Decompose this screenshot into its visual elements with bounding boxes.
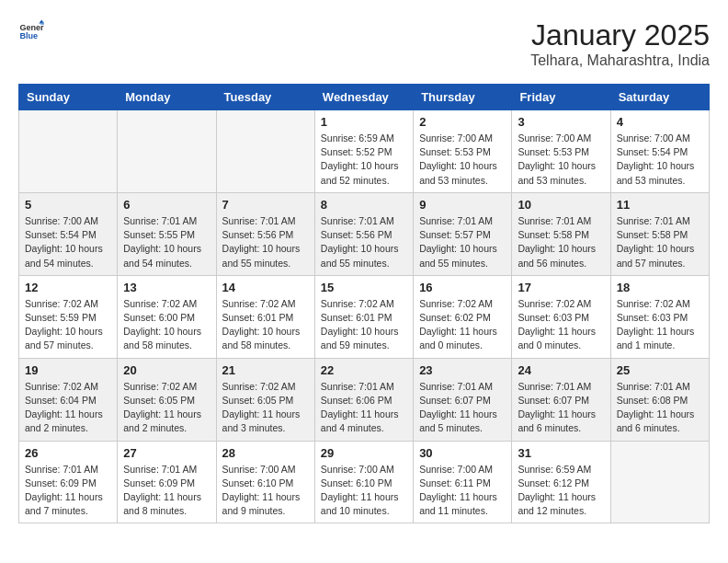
day-number: 23 — [419, 363, 506, 377]
day-number: 14 — [222, 281, 309, 294]
weekday-header-wednesday: Wednesday — [314, 85, 413, 110]
day-number: 26 — [25, 446, 111, 460]
day-number: 24 — [518, 363, 604, 377]
calendar-cell: 2Sunrise: 7:00 AMSunset: 5:53 PMDaylight… — [414, 110, 512, 193]
calendar-cell: 24Sunrise: 7:01 AMSunset: 6:07 PMDayligh… — [512, 358, 610, 441]
day-number: 1 — [321, 115, 407, 129]
calendar-cell: 30Sunrise: 7:00 AMSunset: 6:11 PMDayligh… — [414, 441, 512, 523]
day-info: Sunrise: 7:01 AMSunset: 6:09 PMDaylight:… — [123, 463, 210, 519]
calendar-cell: 3Sunrise: 7:00 AMSunset: 5:53 PMDaylight… — [512, 110, 610, 193]
calendar-cell: 29Sunrise: 7:00 AMSunset: 6:10 PMDayligh… — [314, 441, 413, 523]
day-info: Sunrise: 7:00 AMSunset: 5:53 PMDaylight:… — [419, 132, 506, 188]
day-number: 30 — [419, 446, 506, 460]
calendar-cell: 22Sunrise: 7:01 AMSunset: 6:06 PMDayligh… — [314, 358, 413, 441]
day-info: Sunrise: 7:00 AMSunset: 6:11 PMDaylight:… — [419, 463, 506, 519]
day-info: Sunrise: 7:01 AMSunset: 5:56 PMDaylight:… — [222, 214, 309, 270]
day-number: 9 — [419, 198, 506, 212]
calendar-cell: 28Sunrise: 7:00 AMSunset: 6:10 PMDayligh… — [216, 441, 314, 523]
day-info: Sunrise: 7:02 AMSunset: 6:04 PMDaylight:… — [25, 380, 111, 436]
day-number: 13 — [123, 281, 210, 294]
day-info: Sunrise: 6:59 AMSunset: 6:12 PMDaylight:… — [518, 463, 604, 519]
day-info: Sunrise: 7:02 AMSunset: 5:59 PMDaylight:… — [25, 297, 111, 353]
day-number: 20 — [123, 363, 210, 377]
calendar-cell: 17Sunrise: 7:02 AMSunset: 6:03 PMDayligh… — [512, 275, 610, 358]
calendar-cell: 5Sunrise: 7:00 AMSunset: 5:54 PMDaylight… — [19, 192, 118, 275]
day-number: 6 — [123, 198, 210, 212]
calendar-cell: 25Sunrise: 7:01 AMSunset: 6:08 PMDayligh… — [610, 358, 709, 441]
day-info: Sunrise: 7:00 AMSunset: 5:54 PMDaylight:… — [617, 132, 703, 188]
page-header: General Blue January 2025 Telhara, Mahar… — [18, 18, 710, 69]
day-number: 29 — [321, 446, 407, 460]
day-info: Sunrise: 7:02 AMSunset: 6:03 PMDaylight:… — [518, 297, 604, 353]
calendar-table: SundayMondayTuesdayWednesdayThursdayFrid… — [18, 84, 710, 523]
day-info: Sunrise: 7:00 AMSunset: 5:53 PMDaylight:… — [518, 132, 604, 188]
calendar-cell: 10Sunrise: 7:01 AMSunset: 5:58 PMDayligh… — [512, 192, 610, 275]
calendar-cell: 23Sunrise: 7:01 AMSunset: 6:07 PMDayligh… — [414, 358, 512, 441]
calendar-week-row: 5Sunrise: 7:00 AMSunset: 5:54 PMDaylight… — [19, 192, 710, 275]
calendar-cell: 6Sunrise: 7:01 AMSunset: 5:55 PMDaylight… — [118, 192, 216, 275]
day-number: 8 — [321, 198, 407, 212]
title-block: January 2025 Telhara, Maharashtra, India — [530, 18, 710, 69]
calendar-cell: 15Sunrise: 7:02 AMSunset: 6:01 PMDayligh… — [314, 275, 413, 358]
day-info: Sunrise: 7:02 AMSunset: 6:03 PMDaylight:… — [617, 297, 703, 353]
logo-icon: General Blue — [18, 18, 44, 44]
calendar-cell: 14Sunrise: 7:02 AMSunset: 6:01 PMDayligh… — [216, 275, 314, 358]
calendar-week-row: 12Sunrise: 7:02 AMSunset: 5:59 PMDayligh… — [19, 275, 710, 358]
calendar-cell: 20Sunrise: 7:02 AMSunset: 6:05 PMDayligh… — [118, 358, 216, 441]
weekday-header-sunday: Sunday — [19, 85, 118, 110]
calendar-cell: 16Sunrise: 7:02 AMSunset: 6:02 PMDayligh… — [414, 275, 512, 358]
weekday-header-saturday: Saturday — [610, 85, 709, 110]
day-number: 4 — [617, 115, 703, 129]
day-number: 3 — [518, 115, 604, 129]
calendar-cell: 11Sunrise: 7:01 AMSunset: 5:58 PMDayligh… — [610, 192, 709, 275]
day-number: 27 — [123, 446, 210, 460]
day-number: 5 — [25, 198, 111, 212]
weekday-header-monday: Monday — [118, 85, 216, 110]
day-info: Sunrise: 6:59 AMSunset: 5:52 PMDaylight:… — [321, 132, 407, 188]
calendar-cell: 21Sunrise: 7:02 AMSunset: 6:05 PMDayligh… — [216, 358, 314, 441]
calendar-cell: 31Sunrise: 6:59 AMSunset: 6:12 PMDayligh… — [512, 441, 610, 523]
logo: General Blue — [18, 18, 44, 44]
day-info: Sunrise: 7:01 AMSunset: 6:07 PMDaylight:… — [419, 380, 506, 436]
calendar-week-row: 26Sunrise: 7:01 AMSunset: 6:09 PMDayligh… — [19, 441, 710, 523]
calendar-week-row: 19Sunrise: 7:02 AMSunset: 6:04 PMDayligh… — [19, 358, 710, 441]
day-number: 15 — [321, 281, 407, 294]
calendar-cell: 27Sunrise: 7:01 AMSunset: 6:09 PMDayligh… — [118, 441, 216, 523]
day-info: Sunrise: 7:01 AMSunset: 6:06 PMDaylight:… — [321, 380, 407, 436]
weekday-header-tuesday: Tuesday — [216, 85, 314, 110]
day-number: 19 — [25, 363, 111, 377]
day-info: Sunrise: 7:02 AMSunset: 6:01 PMDaylight:… — [222, 297, 309, 353]
day-number: 7 — [222, 198, 309, 212]
weekday-header-row: SundayMondayTuesdayWednesdayThursdayFrid… — [19, 85, 710, 110]
calendar-cell: 1Sunrise: 6:59 AMSunset: 5:52 PMDaylight… — [314, 110, 413, 193]
day-number: 25 — [617, 363, 703, 377]
day-number: 10 — [518, 198, 604, 212]
day-number: 31 — [518, 446, 604, 460]
month-title: January 2025 — [530, 18, 710, 52]
day-number: 18 — [617, 281, 703, 294]
calendar-cell: 19Sunrise: 7:02 AMSunset: 6:04 PMDayligh… — [19, 358, 118, 441]
day-info: Sunrise: 7:01 AMSunset: 5:58 PMDaylight:… — [617, 214, 703, 270]
svg-text:General: General — [19, 23, 44, 32]
day-number: 12 — [25, 281, 111, 294]
day-info: Sunrise: 7:02 AMSunset: 6:01 PMDaylight:… — [321, 297, 407, 353]
svg-text:Blue: Blue — [19, 31, 38, 40]
calendar-cell: 7Sunrise: 7:01 AMSunset: 5:56 PMDaylight… — [216, 192, 314, 275]
day-info: Sunrise: 7:02 AMSunset: 6:02 PMDaylight:… — [419, 297, 506, 353]
calendar-week-row: 1Sunrise: 6:59 AMSunset: 5:52 PMDaylight… — [19, 110, 710, 193]
calendar-cell: 9Sunrise: 7:01 AMSunset: 5:57 PMDaylight… — [414, 192, 512, 275]
day-info: Sunrise: 7:00 AMSunset: 6:10 PMDaylight:… — [222, 463, 309, 519]
day-number: 2 — [419, 115, 506, 129]
calendar-cell — [118, 110, 216, 193]
day-number: 22 — [321, 363, 407, 377]
day-info: Sunrise: 7:02 AMSunset: 6:05 PMDaylight:… — [222, 380, 309, 436]
day-info: Sunrise: 7:02 AMSunset: 6:05 PMDaylight:… — [123, 380, 210, 436]
location: Telhara, Maharashtra, India — [530, 52, 710, 69]
calendar-cell: 13Sunrise: 7:02 AMSunset: 6:00 PMDayligh… — [118, 275, 216, 358]
calendar-cell: 18Sunrise: 7:02 AMSunset: 6:03 PMDayligh… — [610, 275, 709, 358]
day-info: Sunrise: 7:01 AMSunset: 5:58 PMDaylight:… — [518, 214, 604, 270]
calendar-cell: 4Sunrise: 7:00 AMSunset: 5:54 PMDaylight… — [610, 110, 709, 193]
day-info: Sunrise: 7:01 AMSunset: 6:09 PMDaylight:… — [25, 463, 111, 519]
calendar-cell — [216, 110, 314, 193]
weekday-header-friday: Friday — [512, 85, 610, 110]
